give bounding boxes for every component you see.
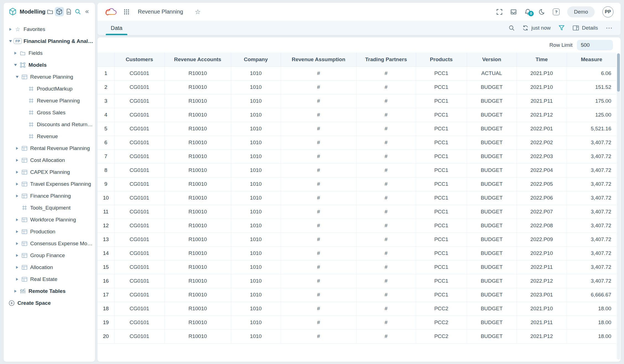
table-cell[interactable]: 1010 <box>231 205 281 219</box>
table-cell[interactable]: 2022.P01 <box>517 122 567 136</box>
table-cell[interactable]: 18.00 <box>567 316 616 329</box>
table-cell[interactable]: PCC1 <box>416 288 467 302</box>
sidebar-item-discounts-and-returns-c[interactable]: Discounts and Returns, C… <box>4 118 95 130</box>
table-cell[interactable]: PCC2 <box>416 329 467 343</box>
table-cell[interactable]: # <box>281 205 356 219</box>
table-cell[interactable]: 3,407.72 <box>567 274 616 288</box>
table-cell[interactable]: 3,407.72 <box>567 205 616 219</box>
table-cell[interactable]: CG0101 <box>114 122 164 136</box>
table-cell[interactable]: R10010 <box>164 219 231 233</box>
table-cell[interactable]: CG0101 <box>114 246 164 260</box>
chevron-right-icon[interactable] <box>14 278 20 281</box>
sidebar-item-cost-allocation[interactable]: Cost Allocation <box>4 154 95 166</box>
table-cell[interactable]: BUDGET <box>467 80 517 94</box>
table-cell[interactable]: R10010 <box>164 260 231 274</box>
table-cell[interactable]: # <box>356 205 416 219</box>
table-cell[interactable]: 3,407.72 <box>567 246 616 260</box>
table-cell[interactable]: CG0101 <box>114 302 164 316</box>
table-cell[interactable]: 1010 <box>231 316 281 329</box>
chevron-right-icon[interactable] <box>7 28 14 31</box>
sidebar-item-productmarkup[interactable]: ProductMarkup <box>4 83 95 95</box>
table-cell[interactable]: CG0101 <box>114 316 164 329</box>
table-cell[interactable]: 2022.P10 <box>517 246 567 260</box>
sidebar-item-models[interactable]: Models <box>4 59 95 71</box>
chevron-right-icon[interactable] <box>14 195 20 197</box>
chevron-right-icon[interactable] <box>14 254 20 257</box>
table-cell[interactable]: BUDGET <box>467 329 517 343</box>
sidebar-item-gross-sales[interactable]: Gross Sales <box>4 107 95 118</box>
table-cell[interactable]: 1010 <box>231 274 281 288</box>
table-cell[interactable]: 1010 <box>231 219 281 233</box>
table-cell[interactable]: # <box>356 316 416 329</box>
table-cell[interactable]: # <box>281 163 356 177</box>
table-cell[interactable]: 3,407.72 <box>567 136 616 149</box>
more-options-icon[interactable]: ⋯ <box>606 26 613 30</box>
table-cell[interactable]: # <box>281 191 356 205</box>
table-cell[interactable]: R10010 <box>164 177 231 191</box>
table-cell[interactable]: 2022.P08 <box>517 219 567 233</box>
table-cell[interactable]: 2021.P12 <box>517 329 567 343</box>
table-cell[interactable]: PCC1 <box>416 205 467 219</box>
column-header-products[interactable]: Products <box>416 53 467 66</box>
bell-icon[interactable]: 0 <box>525 9 531 15</box>
sidebar-item-fields[interactable]: Fields <box>4 47 95 59</box>
table-cell[interactable]: CG0101 <box>114 219 164 233</box>
report-icon[interactable] <box>64 7 73 16</box>
table-cell[interactable]: 1010 <box>231 177 281 191</box>
table-cell[interactable]: 3,407.72 <box>567 177 616 191</box>
table-cell[interactable]: 1010 <box>231 80 281 94</box>
table-cell[interactable]: BUDGET <box>467 122 517 136</box>
table-cell[interactable]: PCC1 <box>416 177 467 191</box>
column-header-time[interactable]: Time <box>517 53 567 66</box>
table-cell[interactable]: PCC1 <box>416 66 467 80</box>
fullscreen-icon[interactable] <box>496 9 502 15</box>
sidebar-item-remote-tables[interactable]: Remote Tables <box>4 285 95 297</box>
help-icon[interactable]: ? <box>553 9 559 15</box>
table-cell[interactable]: BUDGET <box>467 274 517 288</box>
folder-icon[interactable] <box>45 7 55 16</box>
table-cell[interactable]: # <box>281 316 356 329</box>
table-cell[interactable]: 6,666.67 <box>567 288 616 302</box>
details-toggle[interactable]: Details <box>573 25 598 31</box>
moon-icon[interactable] <box>539 9 545 15</box>
star-icon[interactable]: ☆ <box>195 9 201 15</box>
column-header-revenue-accounts[interactable]: Revenue Accounts <box>164 53 231 66</box>
table-cell[interactable]: PCC1 <box>416 108 467 122</box>
table-cell[interactable]: BUDGET <box>467 191 517 205</box>
table-cell[interactable]: # <box>281 219 356 233</box>
cloud-logo-icon[interactable] <box>104 7 117 16</box>
table-cell[interactable]: # <box>281 94 356 108</box>
table-cell[interactable]: CG0101 <box>114 94 164 108</box>
table-cell[interactable]: # <box>356 233 416 246</box>
table-cell[interactable]: R10010 <box>164 80 231 94</box>
sidebar-item-allocation[interactable]: Allocation <box>4 261 95 273</box>
scrollbar-thumb[interactable] <box>617 53 620 92</box>
table-cell[interactable]: # <box>356 302 416 316</box>
table-cell[interactable]: 2021.P10 <box>517 80 567 94</box>
table-cell[interactable]: BUDGET <box>467 288 517 302</box>
table-cell[interactable]: PCC1 <box>416 246 467 260</box>
table-cell[interactable]: PCC1 <box>416 191 467 205</box>
table-cell[interactable]: 1010 <box>231 94 281 108</box>
table-cell[interactable]: # <box>356 274 416 288</box>
table-cell[interactable]: 18.00 <box>567 302 616 316</box>
chevron-right-icon[interactable] <box>14 159 20 162</box>
vertical-scrollbar[interactable] <box>617 53 620 360</box>
table-cell[interactable]: 2022.P03 <box>517 149 567 163</box>
table-cell[interactable]: R10010 <box>164 205 231 219</box>
table-cell[interactable]: 2022.P11 <box>517 260 567 274</box>
table-cell[interactable]: R10010 <box>164 302 231 316</box>
table-cell[interactable]: PCC2 <box>416 316 467 329</box>
table-cell[interactable]: BUDGET <box>467 136 517 149</box>
table-cell[interactable]: # <box>356 329 416 343</box>
table-cell[interactable]: 18.00 <box>567 329 616 343</box>
table-cell[interactable]: PCC1 <box>416 122 467 136</box>
table-cell[interactable]: 151.52 <box>567 80 616 94</box>
table-cell[interactable]: 2021.P11 <box>517 316 567 329</box>
sidebar-item-consensus-expense-mo[interactable]: Consensus Expense Mo… <box>4 237 95 249</box>
table-cell[interactable]: R10010 <box>164 233 231 246</box>
table-cell[interactable]: PCC1 <box>416 274 467 288</box>
table-cell[interactable]: # <box>281 122 356 136</box>
table-cell[interactable]: PCC1 <box>416 260 467 274</box>
chevron-right-icon[interactable] <box>12 52 19 55</box>
